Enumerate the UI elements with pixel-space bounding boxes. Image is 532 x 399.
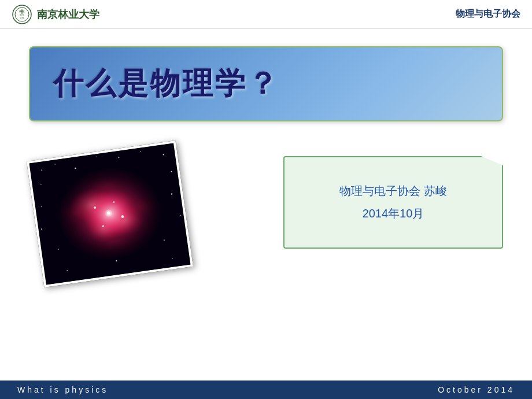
footer: What is physics October 2014 [0,380,532,399]
university-logo-icon: 南京 林业 大学 [12,4,32,25]
nebula-svg [29,143,190,285]
bottom-section: 物理与电子协会 苏峻 2014年10月 [29,145,503,283]
nebula-container [29,145,202,283]
title-banner: 什么是物理学？ [29,46,503,121]
footer-left-text: What is physics [17,385,108,394]
header: 南京 林业 大学 南京林业大学 物理与电子协会 [0,0,532,29]
svg-text:大学: 大学 [20,17,24,20]
main-content: 什么是物理学？ [0,29,532,382]
university-name: 南京林业大学 [37,8,99,21]
svg-rect-6 [21,12,23,14]
nebula-image [27,141,193,287]
footer-right-text: October 2014 [438,385,515,394]
slide-title: 什么是物理学？ [53,64,280,104]
org-name: 物理与电子协会 [456,8,520,20]
info-date: 2014年10月 [363,206,424,221]
info-box: 物理与电子协会 苏峻 2014年10月 [283,156,503,249]
info-organization: 物理与电子协会 苏峻 [339,183,447,199]
logo-area: 南京 林业 大学 南京林业大学 [12,4,99,25]
